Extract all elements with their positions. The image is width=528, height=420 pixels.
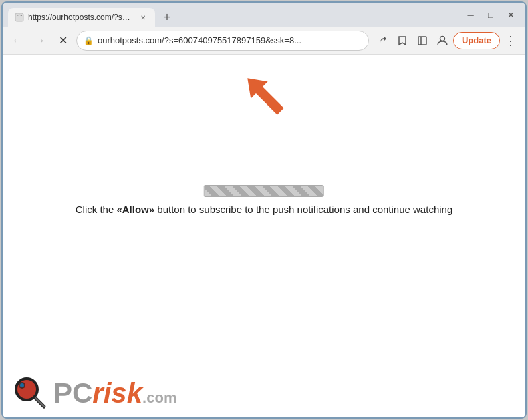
address-text: ourhotposts.com/?s=600740975517897159&ss… (98, 35, 362, 45)
logo-risk: risk (92, 379, 142, 407)
lock-icon: 🔒 (84, 36, 94, 45)
profile-button[interactable] (433, 31, 452, 50)
sidebar-icon (417, 35, 428, 46)
logo-dotcom: .com (142, 391, 176, 408)
allow-button-text: «Allow» (116, 204, 154, 215)
logo-area: PCrisk.com (13, 376, 176, 411)
logo-pc: PC (53, 379, 92, 407)
tab-title: https://ourhotposts.com/?s=600 (28, 13, 134, 22)
arrow-container (237, 68, 291, 122)
pcrisk-logo-icon (13, 376, 48, 411)
tab-favicon-icon (15, 13, 24, 22)
new-tab-button[interactable]: + (158, 8, 176, 27)
address-bar[interactable]: 🔒 ourhotposts.com/?s=600740975517897159&… (76, 31, 369, 51)
svg-line-10 (35, 398, 44, 407)
logo-text: PCrisk.com (53, 379, 176, 408)
progress-area: Click the «Allow» button to subscribe to… (76, 185, 453, 215)
svg-marker-4 (239, 70, 289, 120)
progress-bar (204, 185, 324, 197)
window-controls: ─ □ ✕ (461, 5, 520, 24)
subscribe-text: Click the «Allow» button to subscribe to… (76, 204, 453, 215)
tab-area: https://ourhotposts.com/?s=600 ✕ + (8, 3, 458, 27)
share-icon (377, 35, 388, 46)
share-button[interactable] (373, 31, 392, 50)
nav-bar: ← → ✕ 🔒 ourhotposts.com/?s=6007409755178… (3, 27, 525, 55)
subscribe-text-part1: Click the (76, 204, 117, 215)
minimize-button[interactable]: ─ (461, 5, 480, 24)
title-bar: https://ourhotposts.com/?s=600 ✕ + ─ □ ✕ (3, 3, 525, 27)
back-button[interactable]: ← (8, 31, 27, 50)
profile-icon (436, 35, 448, 47)
reload-button[interactable]: ✕ (53, 31, 72, 50)
svg-rect-1 (418, 37, 426, 45)
sidebar-button[interactable] (413, 31, 432, 50)
subscribe-text-part2: button to subscribe to the push notifica… (154, 204, 452, 215)
maximize-button[interactable]: □ (481, 5, 500, 24)
content-area: Click the «Allow» button to subscribe to… (3, 55, 525, 417)
active-tab[interactable]: https://ourhotposts.com/?s=600 ✕ (8, 8, 155, 27)
tab-close-button[interactable]: ✕ (138, 12, 148, 23)
bookmark-button[interactable] (393, 31, 412, 50)
update-button[interactable]: Update (453, 32, 500, 49)
close-button[interactable]: ✕ (501, 5, 520, 24)
forward-button[interactable]: → (31, 31, 49, 50)
svg-point-8 (20, 383, 24, 387)
nav-actions: Update ⋮ (373, 31, 520, 50)
orange-arrow-icon (237, 68, 291, 122)
more-menu-button[interactable]: ⋮ (501, 31, 520, 50)
browser-window: https://ourhotposts.com/?s=600 ✕ + ─ □ ✕… (1, 1, 527, 419)
svg-point-3 (440, 36, 444, 41)
bookmark-icon (397, 35, 408, 46)
